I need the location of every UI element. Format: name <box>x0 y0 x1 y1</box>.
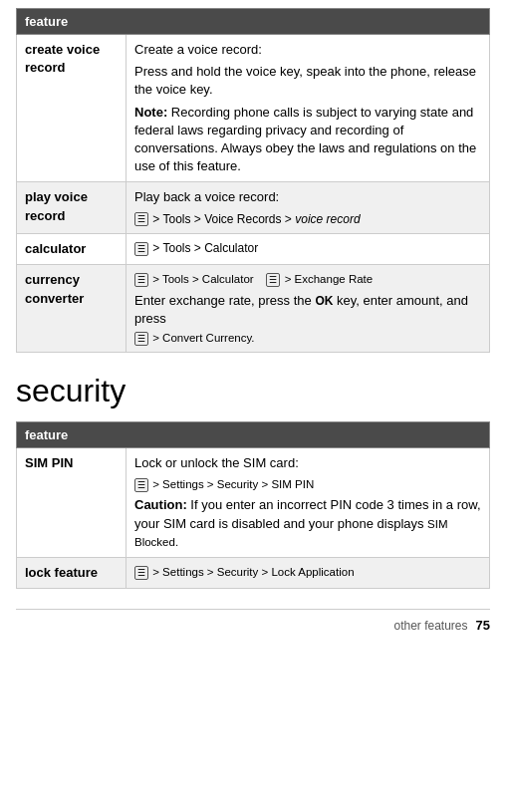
footer-label: other features <box>393 619 467 633</box>
section-heading: security <box>16 373 490 409</box>
table-row: calculator ☰ > Tools > Calculator <box>17 234 490 265</box>
menu-text: > Settings > Security > SIM PIN <box>152 478 314 490</box>
tools-table: feature create voice record Create a voi… <box>16 8 490 353</box>
menu-text: > Tools > Calculator <box>152 241 258 255</box>
desc-note: Note: Recording phone calls is subject t… <box>134 104 481 176</box>
desc-menu: ☰ > Tools > Calculator ☰ > Exchange Rate <box>134 271 481 287</box>
menu-text: > Tools > Calculator <box>152 273 263 285</box>
desc-text: Create a voice record: <box>134 41 481 59</box>
menu-icon: ☰ <box>134 212 148 226</box>
menu-icon: ☰ <box>134 566 148 580</box>
menu-text-3: > Convert Currency. <box>152 332 254 344</box>
table-row: create voice record Create a voice recor… <box>17 35 490 182</box>
desc-text: Lock or unlock the SIM card: <box>134 454 481 472</box>
feature-label: SIM PIN <box>17 448 126 558</box>
security-table: feature SIM PIN Lock or unlock the SIM c… <box>16 421 490 589</box>
table-row: play voice record Play back a voice reco… <box>17 182 490 234</box>
table-row: currency converter ☰ > Tools > Calculato… <box>17 265 490 353</box>
tools-table-header: feature <box>17 9 490 35</box>
table-row: lock feature ☰ > Settings > Security > L… <box>17 557 490 588</box>
menu-icon: ☰ <box>134 242 148 256</box>
feature-description: ☰ > Tools > Calculator <box>126 234 490 265</box>
desc-text: Press and hold the voice key, speak into… <box>134 63 481 99</box>
menu-text: > Settings > Security > Lock Application <box>152 566 354 578</box>
menu-icon: ☰ <box>134 273 148 287</box>
feature-label: play voice record <box>17 182 126 234</box>
feature-label: calculator <box>17 234 126 265</box>
desc-menu: ☰ > Tools > Voice Records > voice record <box>134 211 481 228</box>
feature-description: ☰ > Tools > Calculator ☰ > Exchange Rate… <box>126 265 490 353</box>
page-footer: other features 75 <box>16 609 490 633</box>
feature-description: Lock or unlock the SIM card: ☰ > Setting… <box>126 448 490 558</box>
feature-description: Play back a voice record: ☰ > Tools > Vo… <box>126 182 490 234</box>
feature-label: lock feature <box>17 557 126 588</box>
desc-menu: ☰ > Settings > Security > SIM PIN <box>134 476 481 492</box>
feature-description: Create a voice record: Press and hold th… <box>126 35 490 182</box>
desc-text-ok: Enter exchange rate, press the OK key, e… <box>134 292 481 328</box>
desc-menu-2: ☰ > Convert Currency. <box>134 330 481 346</box>
page-wrapper: feature create voice record Create a voi… <box>0 0 506 649</box>
menu-icon: ☰ <box>134 478 148 492</box>
desc-caution: Caution: If you enter an incorrect PIN c… <box>134 496 481 551</box>
desc-menu: ☰ > Tools > Calculator <box>134 240 481 257</box>
note-label: Note: <box>134 105 167 120</box>
menu-text-2: > Exchange Rate <box>285 273 374 285</box>
table-row: SIM PIN Lock or unlock the SIM card: ☰ >… <box>17 448 490 558</box>
sim-blocked-text: SIM Blocked. <box>134 518 448 548</box>
security-table-header: feature <box>17 422 490 448</box>
desc-menu: ☰ > Settings > Security > Lock Applicati… <box>134 564 481 580</box>
menu-icon-2: ☰ <box>266 273 280 287</box>
menu-icon-3: ☰ <box>134 332 148 346</box>
italic-menu-text: voice record <box>295 212 360 226</box>
feature-description: ☰ > Settings > Security > Lock Applicati… <box>126 557 490 588</box>
menu-text: > Tools > Voice Records > <box>152 212 295 226</box>
ok-key: OK <box>315 294 333 308</box>
caution-label: Caution: <box>134 497 187 512</box>
feature-label: create voice record <box>17 35 126 182</box>
page-number: 75 <box>476 618 490 633</box>
feature-label: currency converter <box>17 265 126 353</box>
desc-text: Play back a voice record: <box>134 188 481 206</box>
